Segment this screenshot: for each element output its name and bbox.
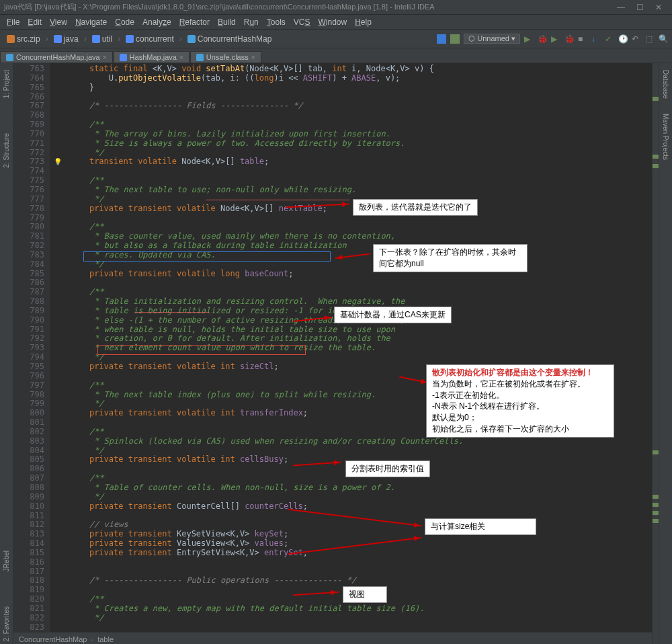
stop-icon[interactable]: ■ bbox=[578, 34, 587, 44]
menu-run[interactable]: Run bbox=[240, 17, 263, 27]
vcs-update-icon[interactable]: ↓ bbox=[591, 34, 601, 44]
menu-vcs[interactable]: VCS bbox=[290, 17, 314, 27]
highlight-box bbox=[83, 251, 331, 261]
left-tool-strip: 1: Project 2: Structure JRebel 2: Favori… bbox=[0, 63, 13, 644]
error-stripe[interactable] bbox=[652, 63, 659, 644]
minimize-button[interactable]: — bbox=[612, 3, 630, 12]
menu-analyze[interactable]: Analyze bbox=[138, 17, 175, 27]
menu-bar: File Edit View Navigate Code Analyze Ref… bbox=[0, 15, 672, 30]
annotation: 下一张表？除了在扩容的时候，其余时间它都为null bbox=[373, 244, 528, 272]
package-icon bbox=[54, 35, 62, 43]
menu-edit[interactable]: Edit bbox=[24, 17, 46, 27]
package-icon bbox=[126, 35, 134, 43]
menu-file[interactable]: File bbox=[3, 17, 24, 27]
annotation: 与计算size相关 bbox=[425, 518, 536, 535]
annotation-line: 默认是为0； bbox=[432, 412, 608, 424]
annotation: 视图 bbox=[343, 586, 387, 603]
debug-icon[interactable]: 🐞 bbox=[538, 34, 547, 44]
tool-database[interactable]: Database bbox=[662, 66, 669, 103]
annotation: 散列表，迭代器就是迭代它的了 bbox=[353, 199, 478, 216]
jrebel-icon[interactable] bbox=[437, 34, 446, 44]
close-tab-icon[interactable]: × bbox=[103, 54, 107, 61]
annotation-line: 当为负数时，它正在被初始化或者在扩容。 bbox=[432, 378, 608, 390]
vcs-history-icon[interactable]: 🕑 bbox=[618, 34, 628, 44]
code-editor[interactable]: 7637647657667677687697707717727737747757… bbox=[13, 63, 652, 632]
menu-tools[interactable]: Tools bbox=[263, 17, 290, 27]
title-bar: java代码 [D:\java代码] - X:\Program Files\Ja… bbox=[0, 0, 672, 15]
package-icon bbox=[92, 35, 100, 43]
breadcrumb-srczip[interactable]: src.zip bbox=[4, 34, 43, 44]
menu-code[interactable]: Code bbox=[111, 17, 138, 27]
jrebel-cloud-icon[interactable] bbox=[450, 34, 460, 44]
underline bbox=[135, 312, 209, 313]
annotation-line: 初始化之后，保存着下一次扩容的大小 bbox=[432, 424, 608, 435]
tab-concurrenthashmap[interactable]: ConcurrentHashMap.java× bbox=[0, 51, 113, 63]
archive-icon bbox=[7, 35, 15, 43]
class-icon bbox=[120, 54, 127, 61]
crumb-member[interactable]: table bbox=[97, 635, 114, 643]
run-icon[interactable]: ▶ bbox=[524, 34, 534, 44]
class-icon bbox=[196, 54, 204, 61]
toolbar-icons: ⬡ Unnamed ▾ ▶ 🐞 ▶ 🐞 ■ ↓ ✓ 🕑 ↶ ⬚ 🔍 bbox=[437, 34, 668, 44]
annotation-line: -1表示正在初始化。 bbox=[432, 390, 608, 401]
tool-jrebel[interactable]: JRebel bbox=[3, 547, 10, 575]
breadcrumb-util[interactable]: util bbox=[89, 34, 115, 44]
crumb-class[interactable]: ConcurrentHashMap bbox=[19, 635, 87, 643]
breadcrumb-class[interactable]: ConcurrentHashMap bbox=[185, 34, 275, 44]
close-tab-icon[interactable]: × bbox=[179, 54, 183, 61]
run-config-selector[interactable]: ⬡ Unnamed ▾ bbox=[464, 34, 520, 44]
breadcrumb-java[interactable]: java bbox=[51, 34, 81, 44]
debug2-icon[interactable]: 🐞 bbox=[564, 34, 574, 44]
highlight-box bbox=[97, 345, 306, 355]
tool-project[interactable]: 1: Project bbox=[3, 66, 10, 102]
menu-help[interactable]: Help bbox=[351, 17, 376, 27]
menu-refactor[interactable]: Refactor bbox=[175, 17, 214, 27]
menu-build[interactable]: Build bbox=[214, 17, 240, 27]
tab-unsafe[interactable]: Unsafe.class× bbox=[190, 51, 261, 63]
tool-structure[interactable]: 2: Structure bbox=[3, 129, 10, 172]
vcs-revert-icon[interactable]: ↶ bbox=[632, 34, 641, 44]
chevron-right-icon: › bbox=[91, 635, 94, 643]
annotation: 基础计数器，通过CAS来更新 bbox=[334, 307, 452, 323]
annotation-line: -N表示 N-1个线程在进行扩容。 bbox=[432, 401, 608, 412]
editor-tabs: ConcurrentHashMap.java× HashMap.java× Un… bbox=[0, 48, 672, 63]
close-button[interactable]: ✕ bbox=[649, 3, 668, 12]
right-tool-strip: Database Maven Projects bbox=[659, 63, 672, 644]
tool-maven[interactable]: Maven Projects bbox=[662, 110, 669, 164]
annotation: 散列表初始化和扩容都是由这个变量来控制！ 当为负数时，它正在被初始化或者在扩容。… bbox=[426, 364, 614, 438]
gutter: 7637647657667677687697707717727737747757… bbox=[13, 63, 50, 632]
class-icon bbox=[6, 54, 13, 61]
run2-icon[interactable]: ▶ bbox=[551, 34, 560, 44]
structure-icon[interactable]: ⬚ bbox=[645, 34, 655, 44]
tab-hashmap[interactable]: HashMap.java× bbox=[114, 51, 190, 63]
menu-window[interactable]: Window bbox=[314, 17, 351, 27]
maximize-button[interactable]: ☐ bbox=[630, 3, 649, 12]
tool-favorites[interactable]: 2: Favorites bbox=[3, 602, 10, 644]
vcs-commit-icon[interactable]: ✓ bbox=[605, 34, 614, 44]
annotation-line: 散列表初始化和扩容都是由这个变量来控制！ bbox=[432, 367, 608, 378]
menu-view[interactable]: View bbox=[46, 17, 71, 27]
window-title: java代码 [D:\java代码] - X:\Program Files\Ja… bbox=[4, 2, 612, 12]
close-tab-icon[interactable]: × bbox=[251, 54, 255, 61]
editor-wrap: 7637647657667677687697707717727737747757… bbox=[13, 63, 652, 644]
main-area: 1: Project 2: Structure JRebel 2: Favori… bbox=[0, 63, 672, 644]
navigation-bar: src.zip › java › util › concurrent › Con… bbox=[0, 30, 672, 48]
underline bbox=[206, 200, 349, 200]
structure-breadcrumb: ConcurrentHashMap › table bbox=[13, 632, 652, 644]
search-icon[interactable]: 🔍 bbox=[659, 34, 668, 44]
annotation: 分割表时用的索引值 bbox=[345, 460, 430, 477]
class-icon bbox=[187, 35, 196, 43]
menu-navigate[interactable]: Navigate bbox=[71, 17, 111, 27]
breadcrumb-concurrent[interactable]: concurrent bbox=[123, 34, 177, 44]
